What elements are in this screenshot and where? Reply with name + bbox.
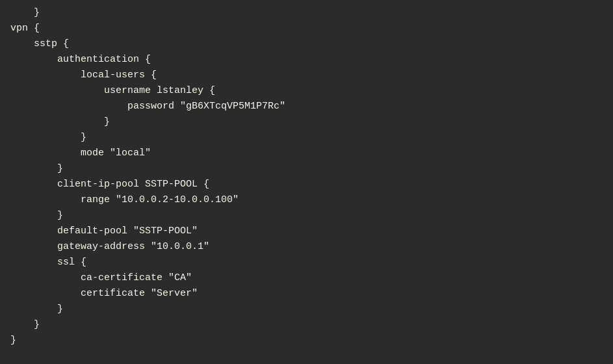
code-line: ssl { bbox=[10, 255, 603, 270]
code-block: }vpn { sstp { authentication { local-use… bbox=[0, 0, 613, 364]
code-line: password "gB6XTcqVP5M1P7Rc" bbox=[10, 99, 603, 114]
code-line: sstp { bbox=[10, 36, 603, 52]
code-line: authentication { bbox=[10, 52, 603, 68]
code-line: mode "local" bbox=[10, 146, 603, 161]
code-line: vpn { bbox=[10, 21, 603, 36]
code-line: } bbox=[10, 114, 603, 130]
code-line: ca-certificate "CA" bbox=[10, 270, 603, 286]
code-line: } bbox=[10, 208, 603, 224]
code-line: } bbox=[10, 333, 603, 348]
code-line: local-users { bbox=[10, 68, 603, 83]
code-line: } bbox=[10, 317, 603, 333]
code-line: certificate "Server" bbox=[10, 286, 603, 302]
code-line: } bbox=[10, 161, 603, 177]
code-line: client-ip-pool SSTP-POOL { bbox=[10, 177, 603, 192]
code-line: } bbox=[10, 5, 603, 21]
code-line: } bbox=[10, 130, 603, 146]
code-line: range "10.0.0.2-10.0.0.100" bbox=[10, 192, 603, 208]
code-line: } bbox=[10, 302, 603, 317]
code-line: gateway-address "10.0.0.1" bbox=[10, 239, 603, 255]
code-line: default-pool "SSTP-POOL" bbox=[10, 224, 603, 239]
code-line: username lstanley { bbox=[10, 83, 603, 99]
